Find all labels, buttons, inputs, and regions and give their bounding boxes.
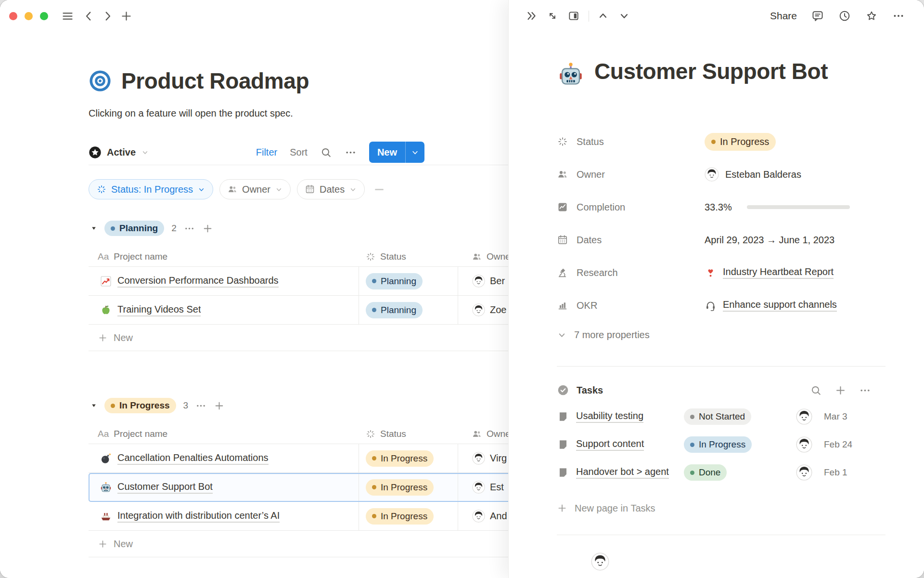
dates-value[interactable]: April 29, 2023 → June 1, 2023 bbox=[705, 235, 834, 246]
status-pill[interactable]: Planning bbox=[366, 273, 423, 289]
property-label[interactable]: Research bbox=[557, 267, 705, 278]
share-button[interactable]: Share bbox=[770, 10, 797, 22]
property-label[interactable]: OKR bbox=[557, 300, 705, 311]
task-link[interactable]: Support content bbox=[576, 438, 644, 451]
chevron-up-icon[interactable] bbox=[597, 10, 609, 22]
task-row[interactable]: Support content In Progress Feb 24 bbox=[557, 433, 886, 456]
task-row[interactable]: Handover bot > agent Done Feb 1 bbox=[557, 461, 886, 484]
table-row[interactable]: Integration with distribution center’s A… bbox=[89, 502, 508, 531]
group-add-icon[interactable] bbox=[214, 400, 225, 411]
task-link[interactable]: Usability testing bbox=[576, 410, 643, 423]
page-link[interactable]: Training Videos Set bbox=[117, 304, 201, 316]
new-page-in-tasks-button[interactable]: New page in Tasks bbox=[557, 499, 886, 518]
page-description[interactable]: Clicking on a feature will open the prod… bbox=[89, 107, 508, 119]
search-icon[interactable] bbox=[810, 384, 822, 396]
column-header-status[interactable]: Status bbox=[359, 429, 458, 439]
table-row[interactable]: Training Videos Set Planning Zoe bbox=[89, 296, 508, 325]
column-header-name[interactable]: AaProject name bbox=[89, 429, 359, 439]
filter-chip-dates[interactable]: Dates bbox=[297, 179, 365, 199]
page-link[interactable]: Customer Support Bot bbox=[117, 481, 213, 494]
group-add-icon[interactable] bbox=[202, 223, 213, 234]
sort-button[interactable]: Sort bbox=[290, 147, 308, 158]
page-link[interactable]: Cancellation Penalties Automations bbox=[117, 452, 269, 465]
status-pill[interactable]: In Progress bbox=[684, 436, 752, 453]
chevron-down-icon[interactable] bbox=[618, 10, 630, 22]
status-pill[interactable]: In Progress bbox=[366, 450, 434, 467]
page-link[interactable]: Integration with distribution center’s A… bbox=[117, 510, 280, 523]
section-divider bbox=[557, 366, 886, 367]
group-more-icon[interactable] bbox=[184, 223, 195, 234]
more-options-icon[interactable] bbox=[345, 146, 357, 158]
minimize-window-button[interactable] bbox=[25, 12, 33, 20]
status-spinner-icon bbox=[557, 136, 568, 147]
back-icon[interactable] bbox=[82, 10, 95, 23]
forward-icon[interactable] bbox=[101, 10, 114, 23]
avatar bbox=[705, 167, 719, 182]
maximize-window-button[interactable] bbox=[40, 12, 48, 20]
page-link[interactable]: Conversion Performance Dashboards bbox=[117, 275, 279, 288]
group-pill[interactable]: Planning bbox=[104, 221, 164, 236]
collapse-triangle-icon[interactable] bbox=[90, 225, 97, 232]
new-button[interactable]: New bbox=[369, 142, 424, 163]
filter-button[interactable]: Filter bbox=[256, 147, 277, 158]
new-button-label[interactable]: New bbox=[369, 142, 406, 163]
window-topbar bbox=[0, 0, 508, 32]
favorite-star-icon[interactable] bbox=[865, 10, 878, 22]
new-tab-icon[interactable] bbox=[120, 10, 133, 23]
column-header-owner[interactable]: Owner bbox=[458, 251, 508, 262]
new-button-dropdown[interactable] bbox=[406, 142, 424, 163]
avatar bbox=[472, 452, 485, 465]
more-options-icon[interactable] bbox=[892, 10, 905, 22]
property-label[interactable]: Dates bbox=[557, 234, 705, 246]
filter-chip-owner[interactable]: Owner bbox=[219, 179, 291, 199]
status-pill[interactable]: Not Started bbox=[684, 408, 751, 425]
status-pill[interactable]: In Progress bbox=[366, 508, 434, 525]
peek-page-title[interactable]: Customer Support Bot bbox=[594, 58, 830, 85]
column-header-owner[interactable]: Owner bbox=[458, 429, 508, 439]
more-properties-button[interactable]: 7 more properties bbox=[557, 328, 886, 342]
group-pill[interactable]: In Progress bbox=[104, 398, 176, 413]
history-clock-icon[interactable] bbox=[838, 10, 851, 22]
status-spinner-icon bbox=[365, 251, 376, 262]
property-row-dates: Dates April 29, 2023 → June 1, 2023 bbox=[557, 229, 886, 250]
status-pill[interactable]: Done bbox=[684, 464, 727, 481]
owner-value[interactable]: Esteban Balderas bbox=[705, 167, 801, 182]
new-row-button[interactable]: New bbox=[89, 531, 508, 557]
group-count: 3 bbox=[183, 400, 189, 411]
status-pill[interactable]: In Progress bbox=[705, 133, 776, 151]
table-row[interactable]: Cancellation Penalties Automations In Pr… bbox=[89, 444, 508, 473]
relation-link[interactable]: Industry Heartbeat Report bbox=[723, 266, 834, 279]
property-label[interactable]: Status bbox=[557, 136, 705, 147]
page-title[interactable]: Product Roadmap bbox=[121, 67, 309, 94]
side-peek-icon[interactable] bbox=[567, 10, 580, 22]
property-label[interactable]: Completion bbox=[557, 201, 705, 213]
expand-page-icon[interactable] bbox=[546, 10, 559, 22]
robot-icon[interactable] bbox=[557, 61, 585, 89]
relation-link[interactable]: Enhance support channels bbox=[723, 299, 837, 312]
property-label[interactable]: Owner bbox=[557, 169, 705, 180]
view-tab-active[interactable]: Active bbox=[89, 146, 149, 159]
column-header-name[interactable]: AaProject name bbox=[89, 251, 359, 262]
sidebar-menu-icon[interactable] bbox=[61, 10, 74, 23]
status-pill[interactable]: Planning bbox=[366, 302, 423, 318]
column-header-status[interactable]: Status bbox=[359, 251, 458, 262]
filter-chip-status[interactable]: Status: In Progress bbox=[89, 179, 213, 199]
tasks-title[interactable]: Tasks bbox=[577, 385, 603, 396]
task-link[interactable]: Handover bot > agent bbox=[576, 466, 669, 479]
view-toolbar: Active Filter Sort New bbox=[89, 140, 424, 165]
close-window-button[interactable] bbox=[9, 12, 17, 20]
table-row-selected[interactable]: Customer Support Bot In Progress Est bbox=[89, 473, 508, 502]
task-row[interactable]: Usability testing Not Started Mar 3 bbox=[557, 405, 886, 428]
new-row-button[interactable]: New bbox=[89, 325, 508, 351]
table-row[interactable]: Conversion Performance Dashboards Planni… bbox=[89, 267, 508, 296]
group-more-icon[interactable] bbox=[195, 400, 206, 411]
target-icon[interactable] bbox=[89, 69, 112, 92]
add-task-icon[interactable] bbox=[834, 384, 847, 396]
collapse-triangle-icon[interactable] bbox=[90, 402, 97, 409]
search-icon[interactable] bbox=[320, 146, 332, 158]
status-pill[interactable]: In Progress bbox=[366, 479, 434, 496]
comments-icon[interactable] bbox=[811, 10, 824, 22]
filter-chips-row: Status: In Progress Owner Dates bbox=[89, 179, 508, 199]
more-options-icon[interactable] bbox=[859, 384, 871, 396]
close-peek-icon[interactable] bbox=[525, 10, 538, 22]
